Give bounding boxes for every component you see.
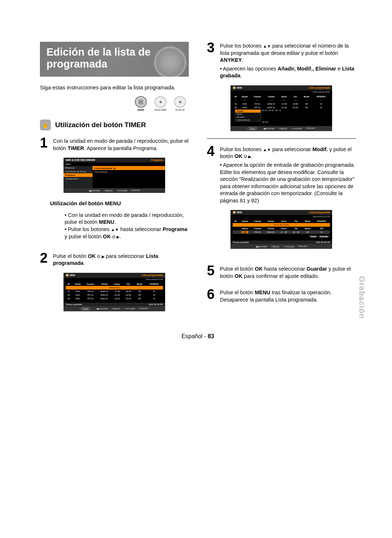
osd-context-menu: 📀 HDDLista programada Hora actual 10:54 … xyxy=(230,85,332,131)
step-body: Con la unidad en modo de parada / reprod… xyxy=(53,137,189,152)
edit-table: NºHastaFuenteFechaInicioFinModoVPS/PDC N… xyxy=(233,219,330,238)
step-number: 6 xyxy=(207,288,217,303)
step-5: 5 Pulse el botón OK hasta seleccionar Gu… xyxy=(207,265,356,280)
osd-edit-entry: 📀 HDDLista programada Hora actual 10:54 … xyxy=(230,210,332,249)
intro-text: Siga estas instrucciones para editar la … xyxy=(40,84,189,91)
menu-subhead: Utilización del botón MENU xyxy=(50,200,189,206)
page-footer: Español - 83 xyxy=(40,333,356,340)
step-number: 3 xyxy=(207,42,217,80)
title-block: Edición de la lista de programada xyxy=(40,42,189,77)
disc-hdd: HDD xyxy=(132,96,150,112)
osd-lista-programada: 📀 HDDLista programada Hora actual 10:54 … xyxy=(64,273,165,311)
step-1: 1 Con la unidad en modo de parada / repr… xyxy=(40,137,189,152)
section-title: Utilización del botón TIMER xyxy=(55,121,146,129)
schedule-table: NºHastaFuenteFechaInicioFinModoVPS/PDC A… xyxy=(66,282,163,300)
step-number: 5 xyxy=(207,265,217,280)
osd-nav: ◀▶MOVER ⏎SELEC. ↩VOLVER ⎋SALIDA xyxy=(64,188,165,193)
osd-programa-menu: HDD & DVD RECORDERPrograma HDD Bibliotec… xyxy=(64,158,165,193)
hdd-icon xyxy=(135,96,147,108)
dvd-r-icon: ◉ xyxy=(174,96,186,108)
step-body: Pulse los botones para seleccionar Modif… xyxy=(220,145,356,205)
right-column: 3 Pulse los botones para seleccionar el … xyxy=(207,42,356,319)
svg-point-1 xyxy=(139,101,143,103)
left-column: Edición de la lista de programada Siga e… xyxy=(40,42,189,319)
disc-dvd-r: ◉ DVD-R xyxy=(171,96,189,112)
step-body: Pulse el botón MENU tras finalizar la op… xyxy=(220,288,356,303)
step-2: 2 Pulse el botón OK o para seleccionar L… xyxy=(40,252,189,267)
hand-icon: ☝ xyxy=(40,120,51,130)
disc-dvd-rw: ◉ DVD-RW xyxy=(152,96,169,112)
step-3: 3 Pulse los botones para seleccionar el … xyxy=(207,42,356,80)
step-4: 4 Pulse los botones para seleccionar Mod… xyxy=(207,145,356,205)
step-body: Pulse los botones para seleccionar el nú… xyxy=(220,42,356,80)
step-body: Pulse el botón OK o para seleccionar Lis… xyxy=(53,252,189,267)
step-6: 6 Pulse el botón MENU tras finalizar la … xyxy=(207,288,356,303)
svg-point-0 xyxy=(139,100,143,101)
osd-nav: Anykey ◀▶MOVER ⏎SELEC. ↩VOLVER ⎋SALIDA xyxy=(230,126,332,131)
disc-badges: HDD ◉ DVD-RW ◉ DVD-R xyxy=(40,96,189,112)
manual-page: Edición de la lista de programada Siga e… xyxy=(0,0,392,369)
menu-bullets: Con la unidad en modo de parada / reprod… xyxy=(50,212,189,240)
context-menu: Añadir Modif. Eliminar Lista grabada xyxy=(235,109,261,122)
disc-graphic xyxy=(154,46,187,79)
svg-point-2 xyxy=(139,103,143,104)
schedule-table: NºHastaFuenteFechaInicioFinModoVPS/PDC -… xyxy=(233,95,330,109)
section-header-timer: ☝ Utilización del botón TIMER xyxy=(40,120,189,130)
osd-submenu: Lista programada ▶ Lista grabada xyxy=(93,166,165,188)
osd-sidebar: Biblioteca Controlador de Discos Program… xyxy=(64,166,93,188)
step-number: 1 xyxy=(40,137,50,152)
osd-nav: Anykey ◀▶MOVER ⏎SELEC. ↩VOLVER ⎋SALIDA xyxy=(64,306,165,311)
side-tab: Grabación xyxy=(357,276,367,319)
step-number: 4 xyxy=(207,145,217,205)
osd-nav: ◀▶MOVER ⏎SELEC. ↩VOLVER ⎋SALIDA xyxy=(230,244,332,249)
step-number: 2 xyxy=(40,252,50,267)
dvd-rw-icon: ◉ xyxy=(155,96,166,108)
step-body: Pulse el botón OK hasta seleccionar Guar… xyxy=(220,265,356,280)
